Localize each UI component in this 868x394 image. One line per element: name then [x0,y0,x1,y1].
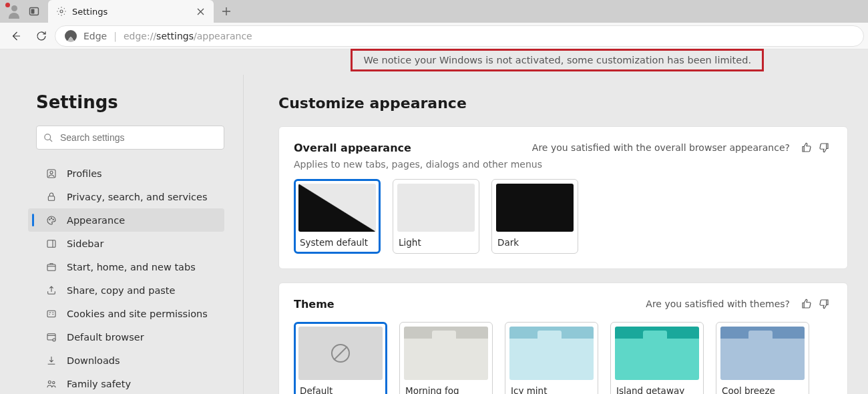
svg-point-2 [60,10,63,13]
family-icon [45,379,57,389]
theme-fog-preview [404,327,488,380]
svg-point-8 [51,218,51,218]
tab-close-button[interactable] [194,5,207,18]
theme-option-cool-breeze[interactable]: Cool breeze [716,322,809,394]
tab-overview-button[interactable] [24,2,44,21]
theme-breeze-preview [720,327,805,380]
thumbs-up-icon [801,142,813,154]
appearance-option-system-default[interactable]: System default [294,179,381,254]
svg-point-5 [50,171,53,174]
tile-label: Light [397,232,475,249]
browser-icon [45,332,57,343]
theme-feedback-text: Are you satisfied with themes? [646,299,790,309]
download-icon [45,355,57,366]
search-input[interactable] [60,132,217,143]
tile-label: Icy mint [509,380,594,394]
cookies-icon [45,309,57,319]
thumbs-down-icon [818,142,830,154]
sidebar-item-label: Profiles [67,168,102,179]
settings-main: Customize appearance Overall appearance … [244,75,868,394]
sidebar-item-share[interactable]: Share, copy and paste [28,278,224,302]
sidebar-icon [45,238,57,249]
activation-notice: We notice your Windows is not activated,… [351,49,764,71]
feedback-like-button[interactable] [798,295,815,313]
sidebar-item-default-browser[interactable]: Default browser [28,325,224,349]
sidebar-item-cookies[interactable]: Cookies and site permissions [28,302,224,325]
refresh-button[interactable] [29,25,53,47]
dark-preview [496,184,574,232]
theme-option-island-getaway[interactable]: Island getaway [610,322,704,394]
sidebar-item-label: Start, home, and new tabs [67,262,196,272]
notification-dot-icon [5,3,10,7]
svg-rect-1 [31,9,35,14]
theme-option-morning-fog[interactable]: Morning fog [399,322,493,394]
settings-sidebar: Settings Profiles Privacy, search, and s… [0,75,244,394]
svg-point-7 [49,219,50,220]
sidebar-item-appearance[interactable]: Appearance [28,208,224,232]
feedback-dislike-button[interactable] [815,139,833,156]
sidebar-search[interactable] [36,126,224,150]
gear-icon [56,6,67,17]
browser-tab-settings[interactable]: Settings [48,0,214,23]
theme-option-default[interactable]: Default [294,322,387,394]
feedback-dislike-button[interactable] [815,295,833,313]
address-brand: Edge [83,31,107,41]
tile-label: Island getaway [615,380,699,394]
sidebar-item-label: Cookies and site permissions [67,309,208,319]
sidebar-item-profiles[interactable]: Profiles [28,162,224,185]
svg-point-15 [48,381,51,383]
theme-title: Theme [294,298,646,311]
sidebar-item-downloads[interactable]: Downloads [28,349,224,372]
tile-label: Cool breeze [720,380,805,394]
tile-label: Dark [496,232,574,249]
address-url: edge://settings/appearance [124,31,252,41]
browser-titlebar: Settings [0,0,868,23]
address-separator: | [114,31,117,41]
no-theme-icon [331,344,350,363]
theme-card: Theme Are you satisfied with themes? Def… [278,282,848,394]
settings-content: Settings Profiles Privacy, search, and s… [0,75,868,394]
sidebar-item-start[interactable]: Start, home, and new tabs [28,255,224,278]
tile-label: System default [298,232,376,249]
theme-default-preview [298,327,383,380]
sidebar-item-label: Sidebar [67,238,103,249]
svg-rect-11 [47,264,55,270]
lock-icon [45,192,57,202]
tab-overview-icon [29,6,39,17]
light-preview [397,184,475,232]
sidebar-item-sidebar[interactable]: Sidebar [28,232,224,255]
back-button[interactable] [4,25,28,47]
browser-toolbar: Edge | edge://settings/appearance [0,23,868,49]
avatar-icon [7,4,21,19]
profile-icon [45,168,57,179]
thumbs-up-icon [801,298,813,310]
address-bar[interactable]: Edge | edge://settings/appearance [55,25,864,47]
svg-rect-10 [47,240,55,247]
svg-point-14 [53,339,55,341]
refresh-icon [35,30,47,42]
edge-logo-icon [65,30,77,42]
overall-appearance-card: Overall appearance Are you satisfied wit… [278,126,848,269]
overall-feedback-text: Are you satisfied with the overall brows… [532,142,790,153]
appearance-option-light[interactable]: Light [393,179,479,254]
svg-rect-6 [48,196,54,200]
tile-label: Default [298,380,383,394]
svg-point-9 [53,219,53,220]
svg-point-16 [53,381,55,383]
theme-option-icy-mint[interactable]: Icy mint [505,322,598,394]
system-default-preview [298,184,376,232]
palette-icon [45,215,57,226]
arrow-left-icon [10,30,22,42]
sidebar-item-privacy[interactable]: Privacy, search, and services [28,185,224,208]
sidebar-title: Settings [36,92,224,112]
svg-point-3 [45,134,51,140]
overall-appearance-title: Overall appearance [294,142,532,154]
plus-icon [222,7,231,16]
thumbs-down-icon [818,298,830,310]
new-tab-button[interactable] [216,2,236,21]
profile-avatar-button[interactable] [4,2,24,21]
feedback-like-button[interactable] [798,139,815,156]
sidebar-item-family[interactable]: Family safety [28,372,224,394]
appearance-option-dark[interactable]: Dark [491,179,578,254]
sidebar-item-label: Family safety [67,379,131,389]
